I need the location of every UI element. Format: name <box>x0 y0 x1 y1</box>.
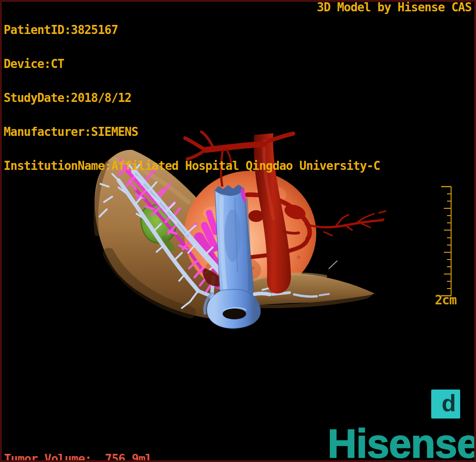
scale-label: 2cm <box>435 293 457 308</box>
d-mark-icon: d <box>431 390 460 419</box>
d-mark-letter: d <box>442 390 456 417</box>
manufacturer: Manufacturer:SIEMENS <box>4 126 380 138</box>
hisense-logo: Hisense <box>323 424 476 462</box>
institution-name: InstitutionName:Affiliated Hospital Qing… <box>4 160 380 172</box>
patient-id: PatientID:3825167 <box>4 24 380 36</box>
liver-right-lobe-tip <box>246 274 375 308</box>
study-date: StudyDate:2018/8/12 <box>4 92 380 104</box>
view-title: 3D Model by Hisense CAS <box>317 2 471 13</box>
volume-measurements: Tumor Volume: 756.9ml Liver Volume: 2390… <box>4 431 152 462</box>
patient-info-overlay: PatientID:3825167 Device:CT StudyDate:20… <box>4 2 380 194</box>
hisense-cas-3d-viewer: PatientID:3825167 Device:CT StudyDate:20… <box>0 0 476 462</box>
specular-artifact <box>329 261 337 269</box>
scale-ruler <box>433 183 454 299</box>
tumor-volume: Tumor Volume: 756.9ml <box>4 453 152 462</box>
device: Device:CT <box>4 58 380 70</box>
hisense-logo-text: Hisense <box>328 424 476 462</box>
stent-lumen-hole <box>223 308 246 319</box>
